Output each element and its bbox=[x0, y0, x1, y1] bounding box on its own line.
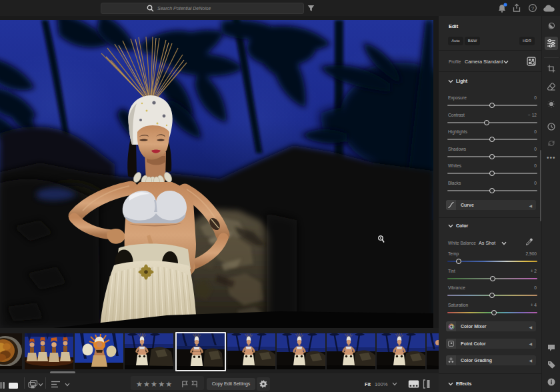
svg-text:?: ? bbox=[531, 5, 535, 11]
